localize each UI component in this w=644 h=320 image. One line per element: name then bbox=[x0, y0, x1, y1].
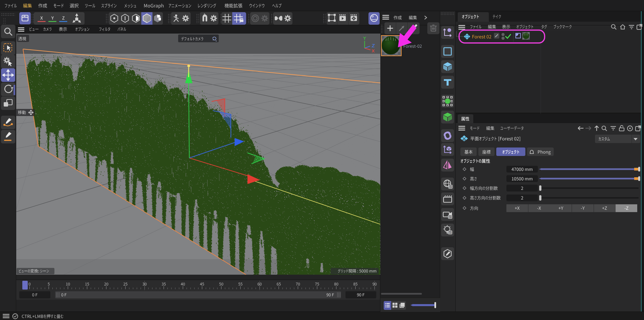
svg-text:ST: ST bbox=[449, 186, 452, 188]
svg-text:ST: ST bbox=[449, 231, 452, 234]
svg-text:ST: ST bbox=[449, 216, 452, 218]
